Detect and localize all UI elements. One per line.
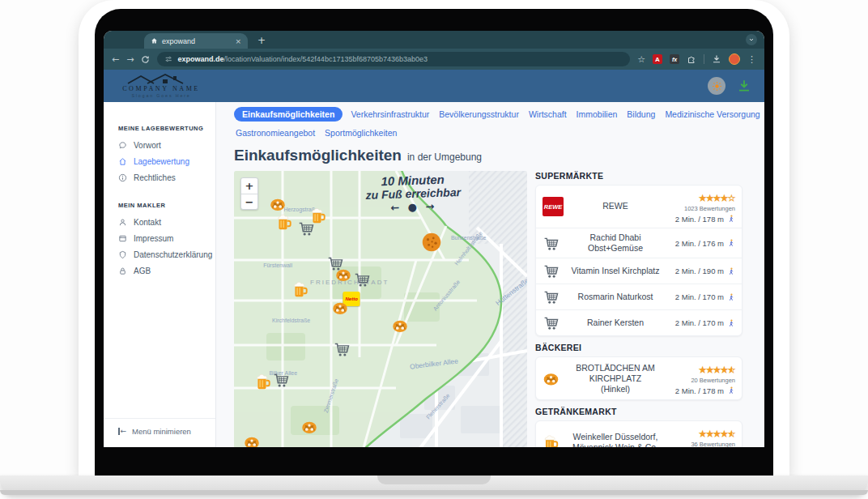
walking-person-icon <box>727 267 735 276</box>
map-marker-cart[interactable] <box>272 371 290 389</box>
fx-extension-icon[interactable]: fx <box>670 54 679 64</box>
drinks-card: Weinkeller Düsseldorf, Mövenpick Wein & … <box>535 420 742 447</box>
poi-row-drinks[interactable]: Weinkeller Düsseldorf, Mövenpick Wein & … <box>536 421 742 447</box>
zoom-out-button[interactable]: − <box>241 194 257 209</box>
collapse-menu-label: Menü minimieren <box>132 427 191 436</box>
shopping-cart-icon <box>542 314 560 331</box>
back-button[interactable]: ← <box>112 55 119 64</box>
tab-close-icon[interactable]: × <box>235 37 241 45</box>
distance: 2 Min. / 178 m <box>675 215 724 224</box>
chat-bubble-icon <box>118 141 127 150</box>
sidebar-item-vorwort[interactable]: Vorwort <box>118 137 215 153</box>
walking-person-icon <box>727 318 735 328</box>
map-marker-cart[interactable] <box>333 340 351 358</box>
walking-person-icon <box>727 292 735 302</box>
company-name: COMPANY NAME <box>122 85 200 92</box>
company-logo: COMPANY NAME Slogan Goes Here <box>117 73 206 99</box>
map-marker-pretzel[interactable] <box>391 317 408 334</box>
tab-wirtschaft[interactable]: Wirtschaft <box>527 107 568 122</box>
map-marker-pretzel[interactable] <box>332 299 349 316</box>
browser-menu-icon[interactable]: ⋮ <box>747 55 756 64</box>
poi-name: BROTLÄDCHEN AM KIRCHPLATZ (Hinkel) <box>567 363 664 395</box>
map-marker-pretzel[interactable] <box>335 266 352 283</box>
adobe-extension-icon[interactable]: A <box>653 54 662 64</box>
sidebar-item-datenschutz[interactable]: Datenschutzerklärung <box>118 246 215 262</box>
reload-button[interactable] <box>141 55 150 64</box>
bakery-card: BROTLÄDCHEN AM KIRCHPLATZ (Hinkel) ★★★★★… <box>535 356 742 400</box>
sidebar-section-title: MEIN MAKLER <box>118 202 215 209</box>
map-marker-pretzel[interactable] <box>244 433 261 447</box>
browser-tab[interactable]: expowand × <box>144 33 248 49</box>
poi-row-rewe[interactable]: REWE REWE ★★★★★★★★★★ 1023 Bewertungen 2 … <box>536 186 742 228</box>
sidebar-item-label: AGB <box>134 267 151 275</box>
laptop-base-notch <box>377 476 491 484</box>
tab-sportmoeglichkeiten[interactable]: Sportmöglichkeiten <box>323 126 398 140</box>
reviews-count: 36 Bewertungen <box>664 441 735 447</box>
zoom-in-button[interactable]: + <box>241 178 257 194</box>
main-content: Einkaufsmöglichkeiten Verkehrsinfrastruk… <box>216 102 764 447</box>
distance: 2 Min. / 170 m <box>675 318 724 327</box>
distance: 2 Min. / 176 m <box>675 239 724 248</box>
download-report-button[interactable] <box>737 79 751 93</box>
sidebar-item-impressum[interactable]: Impressum <box>118 230 215 246</box>
page-title: Einkaufsmöglichkeiten <box>234 147 402 164</box>
map-marker-beer[interactable] <box>275 213 292 230</box>
tab-medizinische-versorgung[interactable]: Medizinische Versorgung <box>663 107 761 122</box>
company-slogan: Slogan Goes Here <box>131 93 190 98</box>
street-label: Fürstenwall <box>263 262 292 268</box>
poi-name: Rachid Dhabi Obst+Gemüse <box>567 232 664 254</box>
poi-panel: SUPERMÄRKTE REWE REWE ★★★★★★★★★★ 1023 Be… <box>535 171 742 447</box>
poi-row[interactable]: Vitamin Insel Kirchplatz 2 Min. / 190 m <box>536 258 742 284</box>
poi-name: Rainer Kersten <box>567 318 664 328</box>
sidebar-item-lagebewertung[interactable]: Lagebewertung <box>118 153 215 169</box>
sidebar-section-title: MEINE LAGEBEWERTUNG <box>118 125 215 132</box>
poi-name: Rosmarin Naturkost <box>567 292 664 302</box>
map[interactable]: + − 10 Minuten zu Fuß erreichbar ← ● → H… <box>234 171 527 447</box>
poi-row[interactable]: Rainer Kersten 2 Min. / 170 m <box>536 310 742 335</box>
extensions-puzzle-icon[interactable] <box>687 54 696 64</box>
tab-gastronomieangebot[interactable]: Gastronomieangebot <box>234 126 317 140</box>
map-marker-beer[interactable] <box>292 281 309 298</box>
rewe-logo: REWE <box>542 197 564 216</box>
map-marker-cart[interactable] <box>297 220 315 237</box>
theme-toggle-button[interactable] <box>708 77 725 95</box>
tab-immobilien[interactable]: Immobilien <box>575 107 619 122</box>
downloads-icon[interactable] <box>712 54 721 64</box>
poi-row[interactable]: Rachid Dhabi Obst+Gemüse 2 Min. / 176 m <box>536 228 742 258</box>
bookmark-star-icon[interactable]: ☆ <box>637 55 645 64</box>
distance: 2 Min. / 178 m <box>675 386 724 395</box>
collapse-menu-button[interactable]: ← Menü minimieren <box>118 427 215 436</box>
poi-row-bakery[interactable]: BROTLÄDCHEN AM KIRCHPLATZ (Hinkel) ★★★★★… <box>536 357 742 399</box>
map-marker-pretzel[interactable] <box>269 196 286 213</box>
new-tab-button[interactable]: + <box>257 33 266 49</box>
site-settings-icon[interactable] <box>164 55 172 63</box>
tab-bildung[interactable]: Bildung <box>625 107 657 122</box>
section-title-baeckerei: BÄCKEREI <box>535 343 742 352</box>
browser-tabstrip: expowand × + <box>104 31 764 49</box>
poi-row[interactable]: Rosmarin Naturkost 2 Min. / 170 m <box>536 284 742 310</box>
tab-einkaufsmoeglichkeiten[interactable]: Einkaufsmöglichkeiten <box>234 107 343 122</box>
category-tabs: Einkaufsmöglichkeiten Verkehrsinfrastruk… <box>234 107 764 140</box>
sidebar-item-kontakt[interactable]: Kontakt <box>118 214 215 230</box>
pretzel-icon <box>542 370 560 387</box>
map-marker-cookie[interactable] <box>420 231 442 253</box>
sidebar-item-label: Datenschutzerklärung <box>134 250 212 259</box>
map-marker-cart[interactable] <box>353 271 371 288</box>
reviews-count: 1023 Bewertungen <box>664 205 735 212</box>
sidebar: MEINE LAGEBEWERTUNG Vorwort Lagebewertun… <box>104 102 216 447</box>
tab-bevoelkerungsstruktur[interactable]: Bevölkerungsstruktur <box>437 107 521 122</box>
rating-stars: ★★★★★★★★★★ <box>699 194 735 203</box>
tab-verkehrsinfrastruktur[interactable]: Verkehrsinfrastruktur <box>349 107 431 122</box>
forward-button[interactable]: → <box>126 55 134 64</box>
map-marker-pretzel[interactable] <box>301 419 318 436</box>
walking-person-icon <box>727 238 735 248</box>
profile-avatar[interactable] <box>729 53 740 65</box>
map-marker-beer[interactable] <box>254 373 271 390</box>
beer-mug-icon <box>542 434 560 447</box>
walking-person-icon <box>727 386 735 395</box>
tab-list-chevron-icon[interactable] <box>746 34 757 45</box>
reviews-count: 20 Bewertungen <box>664 377 735 384</box>
sidebar-item-agb[interactable]: AGB <box>118 262 215 279</box>
url-bar[interactable]: expowand.de/locationValuation/index/542f… <box>157 52 630 66</box>
sidebar-item-rechtliches[interactable]: Rechtliches <box>118 169 215 186</box>
